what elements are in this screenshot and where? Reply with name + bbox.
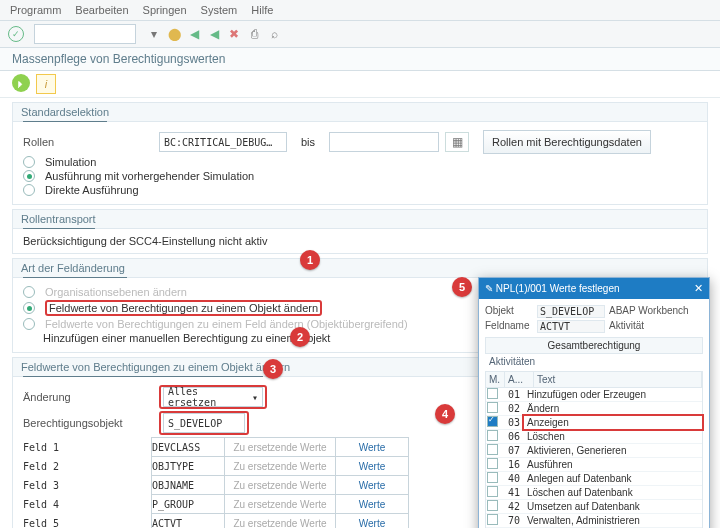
v-obj: S_DEVELOP (537, 305, 605, 318)
feld-tech[interactable]: OBJNAME (152, 476, 225, 495)
feld-table: Feld 1DEVCLASSZu ersetzende WerteWerteFe… (23, 437, 409, 528)
lbl-o3: Feldwerte von Berechtigungen zu einem Fe… (45, 318, 408, 330)
activity-checkbox[interactable] (486, 402, 498, 415)
feld-tech[interactable]: ACTVT (152, 514, 225, 529)
radio-direkt[interactable] (23, 184, 35, 196)
callout-3: 3 (263, 359, 283, 379)
btn-werte[interactable]: Werte (336, 457, 409, 476)
print-icon[interactable]: ⎙ (246, 26, 262, 42)
popup-titlebar: ✎ NPL(1)/001 Werte festlegen ✕ (479, 278, 709, 299)
hl-aenderung: Alles ersetzen▾ (159, 385, 267, 409)
d-fn: Aktivität (609, 320, 644, 333)
lbl-r2: Ausführung mit vorhergehender Simulation (45, 170, 254, 182)
rtrans-text: Berücksichtigung der SCC4-Einstellung ni… (23, 235, 268, 247)
activity-text: Anzeigen (524, 416, 702, 429)
radio-simulation[interactable] (23, 156, 35, 168)
feld-lbl: Feld 1 (23, 438, 152, 457)
exit-icon[interactable]: ◀ (206, 26, 222, 42)
activity-code: 70 (498, 515, 524, 526)
save-icon[interactable]: ⬤ (166, 26, 182, 42)
lbl-r1: Simulation (45, 156, 96, 168)
activity-checkbox[interactable] (486, 486, 498, 499)
btn-rollen-daten[interactable]: Rollen mit Berechtigungsdaten (483, 130, 651, 154)
callout-2: 2 (290, 327, 310, 347)
std-header: Standardselektion (21, 106, 109, 118)
info-icon[interactable]: i (36, 74, 56, 94)
activity-text: Umsetzen auf Datenbank (524, 500, 702, 513)
btn-werte[interactable]: Werte (336, 438, 409, 457)
btn-zu-ersetzen[interactable]: Zu ersetzende Werte (225, 457, 336, 476)
activity-text: Löschen (524, 430, 702, 443)
art-header: Art der Feldänderung (21, 262, 125, 274)
btn-zu-ersetzen[interactable]: Zu ersetzende Werte (225, 476, 336, 495)
feld-tech[interactable]: OBJTYPE (152, 457, 225, 476)
activity-checkbox[interactable] (486, 388, 498, 401)
execute-icon[interactable]: ⏵ (12, 74, 30, 92)
activity-checkbox[interactable] (486, 430, 498, 443)
activity-code: 16 (498, 459, 524, 470)
activity-checkbox[interactable] (486, 514, 498, 527)
multi-select-icon[interactable]: ▦ (445, 132, 469, 152)
cancel-icon[interactable]: ✖ (226, 26, 242, 42)
activity-code: 07 (498, 445, 524, 456)
activity-checkbox[interactable] (486, 458, 498, 471)
find-icon[interactable]: ⌕ (266, 26, 282, 42)
box-standard: Standardselektion Rollen BC:CRITICAL_DEB… (12, 102, 708, 205)
enter-icon[interactable]: ✓ (8, 26, 24, 42)
dropdown-icon[interactable]: ▾ (146, 26, 162, 42)
hl-option-2: Feldwerte von Berechtigungen zu einem Ob… (45, 300, 322, 316)
close-icon[interactable]: ✕ (694, 282, 703, 295)
input-rollen[interactable]: BC:CRITICAL_DEBUG… (159, 132, 287, 152)
radio-feld (23, 318, 35, 330)
activity-checkbox[interactable] (486, 500, 498, 513)
main-toolbar: ✓ ▾ ⬤ ◀ ◀ ✖ ⎙ ⌕ (0, 21, 720, 48)
activity-text: Löschen auf Datenbank (524, 486, 702, 499)
activity-checkbox[interactable] (486, 472, 498, 485)
popup-tab[interactable]: Gesamtberechtigung (485, 337, 703, 354)
radio-ausfuehrung-sim[interactable] (23, 170, 35, 182)
menu-bearbeiten[interactable]: Bearbeiten (75, 4, 128, 16)
activity-code: 41 (498, 487, 524, 498)
radio-org (23, 286, 35, 298)
feld-lbl: Feld 4 (23, 495, 152, 514)
activity-text: Aktivieren, Generieren (524, 444, 702, 457)
popup-title: NPL(1)/001 Werte festlegen (496, 283, 620, 294)
col-m: M. (486, 372, 505, 387)
input-rollen-bis[interactable] (329, 132, 439, 152)
feld-lbl: Feld 3 (23, 476, 152, 495)
dropdown-aenderung[interactable]: Alles ersetzen▾ (163, 387, 263, 407)
lbl-r3: Direkte Ausführung (45, 184, 139, 196)
feld-tech[interactable]: P_GROUP (152, 495, 225, 514)
col-a: A... (505, 372, 534, 387)
popup-grid: M.A...Text 01Hinzufügen oder Erzeugen02Ä… (485, 371, 703, 528)
sub-toolbar: ⏵ i (0, 71, 720, 98)
btn-werte[interactable]: Werte (336, 495, 409, 514)
btn-zu-ersetzen[interactable]: Zu ersetzende Werte (225, 495, 336, 514)
activity-code: 03 (498, 417, 524, 428)
menu-system[interactable]: System (201, 4, 238, 16)
feld-tech[interactable]: DEVCLASS (152, 438, 225, 457)
d-obj: ABAP Workbench (609, 305, 689, 318)
activity-code: 06 (498, 431, 524, 442)
activity-checkbox[interactable] (486, 416, 498, 429)
input-bobj[interactable]: S_DEVELOP (163, 413, 245, 433)
command-field[interactable] (34, 24, 136, 44)
menu-hilfe[interactable]: Hilfe (251, 4, 273, 16)
activity-text: Verwalten, Administrieren (524, 514, 702, 527)
feld-lbl: Feld 2 (23, 457, 152, 476)
btn-werte[interactable]: Werte (336, 514, 409, 529)
popup-sub: Aktivitäten (485, 354, 703, 369)
radio-obj[interactable] (23, 302, 35, 314)
hl-bobj: S_DEVELOP (159, 411, 249, 435)
col-text: Text (534, 372, 702, 387)
back-icon[interactable]: ◀ (186, 26, 202, 42)
menu-springen[interactable]: Springen (143, 4, 187, 16)
menu-programm[interactable]: Programm (10, 4, 61, 16)
activity-checkbox[interactable] (486, 444, 498, 457)
btn-zu-ersetzen[interactable]: Zu ersetzende Werte (225, 514, 336, 529)
page-title: Massenpflege von Berechtigungswerten (0, 48, 720, 71)
btn-zu-ersetzen[interactable]: Zu ersetzende Werte (225, 438, 336, 457)
callout-5: 5 (452, 277, 472, 297)
k-fn: Feldname (485, 320, 533, 333)
btn-werte[interactable]: Werte (336, 476, 409, 495)
